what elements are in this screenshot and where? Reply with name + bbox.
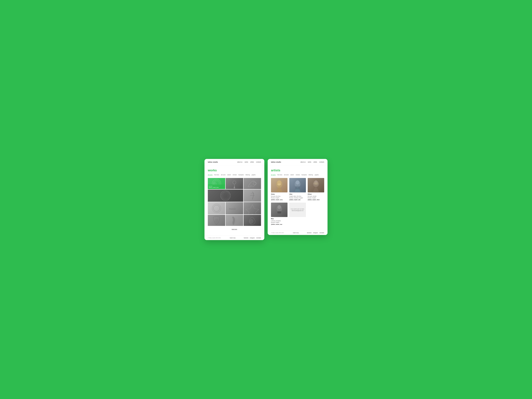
artist-name-oliver: Oliver <box>308 193 324 195</box>
gallery-item-1[interactable]: by Anna@tattoo_master_anna <box>208 178 225 189</box>
load-more: load more <box>208 228 261 230</box>
gallery-item-7[interactable]: music <box>226 202 243 214</box>
gallery-grid: by Anna@tattoo_master_anna <box>208 178 261 226</box>
gallery-item-3[interactable] <box>244 178 261 189</box>
footer-left: © Tattoo studio 2015-2021 ↑ back to top … <box>204 236 264 240</box>
filter-all-works[interactable]: all works <box>208 174 213 176</box>
gallery-item-2[interactable] <box>226 178 243 189</box>
nav-works-right[interactable]: works <box>308 161 311 163</box>
artists-filter-all[interactable]: all styles <box>271 174 276 176</box>
footer-vkontakte-right[interactable]: vkontakte <box>319 232 324 234</box>
nav-left: tattoo studio about us works artists con… <box>204 159 264 165</box>
svg-text:music: music <box>229 207 236 210</box>
works-title: works <box>208 169 261 172</box>
footer-facebook-right[interactable]: facebook <box>307 232 311 234</box>
svg-rect-15 <box>296 186 300 189</box>
artists-filter-oriental[interactable]: oriental <box>296 174 300 176</box>
artist-desc-anna: Dot work, fine lines.Russian, English. <box>271 195 287 199</box>
gallery-item-6[interactable] <box>208 202 225 214</box>
filter-sketch[interactable]: sketch <box>227 174 231 176</box>
artist-photo-oliver <box>308 178 324 192</box>
artist-join-text: if you want to join our team:tattoostudi… <box>291 208 304 211</box>
filter-lettering[interactable]: lettering <box>246 174 250 176</box>
nav-artists-left[interactable]: artists <box>250 161 254 163</box>
artist-name-alex: Alex <box>289 193 306 195</box>
nav-works-left[interactable]: works <box>245 161 248 163</box>
nav-links-right: about us works artists contacts <box>300 161 324 163</box>
artist-handle-anna: @tattoo_master_anna <box>271 199 287 200</box>
footer-facebook-left[interactable]: facebook <box>244 237 248 239</box>
artist-empty-cell <box>308 203 324 225</box>
filter-handpoke[interactable]: handpoke <box>238 174 244 176</box>
gallery-item-4[interactable] <box>208 190 243 202</box>
artist-desc-max: Lettering, handpoke.Russian, English. <box>271 220 287 223</box>
artists-title: artists <box>271 169 324 172</box>
gallery-item-overlay-1: by Anna@tattoo_master_anna <box>208 184 225 189</box>
logo-left: tattoo studio <box>208 161 218 163</box>
artist-handle-alex: @tattoo_master_alex <box>289 199 306 200</box>
artist-photo-alex <box>289 178 306 192</box>
artist-join-card: if you want to join our team:tattoostudi… <box>289 203 306 217</box>
footer-back-top-left[interactable]: ↑ back to top <box>229 237 235 239</box>
footer-copy-left: © Tattoo studio 2015-2021 <box>208 237 221 239</box>
gallery-item-8[interactable] <box>244 202 261 214</box>
svg-point-4 <box>253 182 256 185</box>
svg-rect-20 <box>277 211 281 214</box>
logo-right: tattoo studio <box>271 161 281 163</box>
footer-social-left: facebook instagram vkontakte <box>244 237 261 239</box>
artists-filter-graphic[interactable]: graphic <box>315 174 319 176</box>
gallery-item-credit-1: by Anna@tattoo_master_anna <box>209 185 224 188</box>
nav-contacts-right[interactable]: contacts <box>319 161 324 163</box>
works-filters: all works fine lines dot work sketch ori… <box>208 174 261 176</box>
footer-instagram-right[interactable]: instagram <box>313 232 318 234</box>
artist-card-max[interactable]: Max Lettering, handpoke.Russian, English… <box>271 203 287 225</box>
gallery-item-11[interactable] <box>244 215 261 226</box>
artists-filter-lettering[interactable]: lettering <box>309 174 313 176</box>
artists-content: artists all styles fine lines dot work s… <box>268 165 328 231</box>
svg-point-19 <box>278 205 281 209</box>
filter-dot-work[interactable]: dot work <box>221 174 226 176</box>
artist-photo-anna <box>271 178 287 192</box>
artist-name-anna: Anna <box>271 193 287 195</box>
nav-about-left[interactable]: about us <box>237 161 242 163</box>
gallery-item-10[interactable] <box>226 215 243 226</box>
artists-window: tattoo studio about us works artists con… <box>268 159 328 235</box>
works-window: tattoo studio about us works artists con… <box>204 159 264 240</box>
artist-handle-max: @tattoo_master_max <box>271 224 287 225</box>
nav-contacts-left[interactable]: contacts <box>256 161 261 163</box>
artists-filters: all styles fine lines dot work sketch or… <box>271 174 324 176</box>
nav-links-left: about us works artists contacts <box>237 161 261 163</box>
works-content: works all works fine lines dot work sket… <box>204 165 264 236</box>
artist-card-oliver[interactable]: Oliver Dot work, oriental.Russian, Engli… <box>308 178 324 200</box>
artists-filter-dot-work[interactable]: dot work <box>284 174 289 176</box>
artist-card-alex[interactable]: Alex Graphic tattoo, fine lines.Russian,… <box>289 178 306 200</box>
filter-graphic[interactable]: graphic <box>252 174 256 176</box>
svg-point-3 <box>233 181 236 184</box>
footer-copy-right: © Tattoo studio 2015-2021 <box>271 232 284 234</box>
footer-right: © Tattoo studio 2015-2021 ↑ back to top … <box>268 231 328 235</box>
gallery-item-9[interactable] <box>208 215 225 226</box>
artists-filter-handpoke[interactable]: handpoke <box>301 174 307 176</box>
artists-filter-fine-lines[interactable]: fine lines <box>277 174 282 176</box>
gallery-item-5[interactable] <box>244 190 261 202</box>
nav-artists-right[interactable]: artists <box>313 161 317 163</box>
filter-fine-lines[interactable]: fine lines <box>214 174 219 176</box>
artist-name-max: Max <box>271 218 287 220</box>
artist-desc-oliver: Dot work, oriental.Russian, English. <box>308 195 324 199</box>
artists-grid-top: Anna Dot work, fine lines.Russian, Engli… <box>271 178 324 200</box>
svg-point-9 <box>213 205 220 212</box>
footer-social-right: facebook instagram vkontakte <box>307 232 324 234</box>
footer-instagram-left[interactable]: instagram <box>250 237 255 239</box>
svg-point-14 <box>296 180 299 184</box>
nav-about-right[interactable]: about us <box>300 161 306 163</box>
artist-photo-max <box>271 203 287 217</box>
artists-filter-sketch[interactable]: sketch <box>290 174 294 176</box>
footer-vkontakte-left[interactable]: vkontakte <box>256 237 261 239</box>
filter-oriental[interactable]: oriental <box>233 174 237 176</box>
artist-card-anna[interactable]: Anna Dot work, fine lines.Russian, Engli… <box>271 178 287 200</box>
artist-handle-oliver: @tattoo_master_oliver <box>308 199 324 200</box>
load-more-button[interactable]: load more <box>232 228 237 230</box>
footer-back-top-right[interactable]: ↑ back to top <box>292 232 299 234</box>
artist-desc-alex: Graphic tattoo, fine lines.Russian, Ukra… <box>289 195 306 199</box>
screen-container: tattoo studio about us works artists con… <box>204 159 328 240</box>
